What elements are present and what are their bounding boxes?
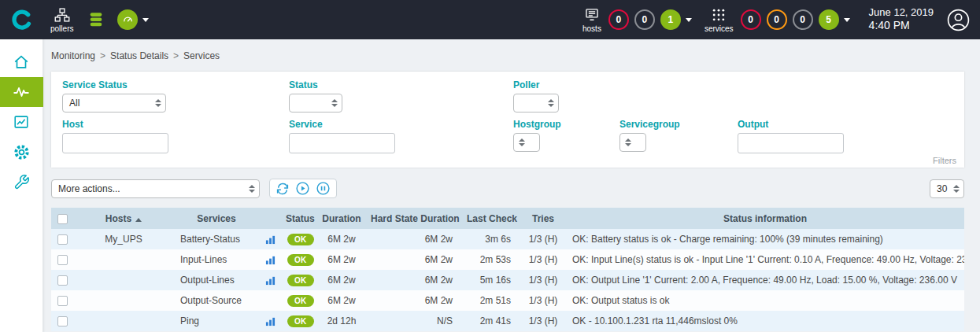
platform-status-button[interactable]	[117, 9, 149, 30]
graph-icon[interactable]	[265, 255, 276, 265]
play-button[interactable]	[295, 181, 310, 196]
centreon-logo[interactable]	[0, 8, 43, 31]
host-link[interactable]	[73, 311, 174, 331]
graph-icon[interactable]	[265, 316, 276, 326]
column-header-hard-state-duration[interactable]: Hard State Duration	[366, 208, 462, 229]
hosts-label: hosts	[582, 24, 601, 33]
hosts-up-counter[interactable]: 1	[660, 9, 681, 30]
pause-button[interactable]	[316, 181, 331, 196]
row-checkbox[interactable]	[57, 296, 68, 306]
status-label: Status	[289, 79, 513, 90]
services-unknown-counter[interactable]: 0	[793, 9, 813, 30]
service-link[interactable]: Output-Lines	[174, 270, 259, 290]
graph-icon[interactable]	[265, 275, 276, 286]
column-header-status-information[interactable]: Status information	[566, 208, 964, 229]
services-status-button[interactable]: services	[704, 7, 734, 33]
filters-panel-label: Filters	[933, 156, 956, 165]
service-link[interactable]: Ping	[174, 311, 259, 331]
service-status-select[interactable]: All	[62, 94, 166, 113]
column-header-duration[interactable]: Duration	[317, 208, 366, 229]
more-actions-select[interactable]: More actions...	[51, 179, 260, 198]
playback-controls	[269, 179, 337, 198]
sidebar-item-configuration[interactable]	[0, 137, 43, 167]
table-row: Input-Lines OK 6M 2w 6M 2w 2m 53s 1/3 (H…	[51, 249, 964, 270]
page-size-select[interactable]: 30	[930, 179, 964, 198]
sidebar-item-monitoring[interactable]	[0, 77, 43, 107]
actions-toolbar: More actions...	[51, 179, 964, 198]
row-checkbox[interactable]	[57, 275, 68, 286]
tries-cell: 1/3 (H)	[520, 270, 566, 290]
services-status-group: services 0 0 0 5	[703, 7, 850, 33]
column-header-hosts[interactable]: Hosts	[73, 208, 174, 229]
poller-select[interactable]	[513, 94, 559, 113]
breadcrumb-services[interactable]: Services	[183, 50, 220, 61]
status-select[interactable]	[289, 94, 342, 113]
service-link[interactable]: Battery-Status	[174, 229, 259, 249]
column-header-last-check[interactable]: Last Check	[462, 208, 520, 229]
hosts-icon	[584, 7, 600, 23]
last-check-cell: 3m 6s	[462, 229, 520, 249]
servicegroup-label: Servicegroup	[619, 119, 738, 130]
hosts-unreachable-counter[interactable]: 0	[634, 9, 655, 30]
filter-panel: Service Status All Status Poller	[51, 72, 964, 168]
duration-cell: 6M 2w	[317, 290, 366, 311]
services-label: services	[704, 24, 734, 33]
services-ok-counter[interactable]: 5	[819, 9, 839, 30]
services-critical-counter[interactable]: 0	[741, 9, 761, 30]
sidebar-item-home[interactable]	[0, 47, 43, 77]
current-date: June 12, 2019	[869, 6, 934, 19]
tries-cell: 1/3 (H)	[520, 290, 566, 311]
service-status-label: Service Status	[62, 79, 289, 90]
breadcrumb-monitoring[interactable]: Monitoring	[51, 50, 95, 61]
breadcrumb-separator: >	[173, 50, 179, 61]
gauge-icon	[117, 9, 138, 30]
refresh-button[interactable]	[276, 182, 290, 196]
row-checkbox[interactable]	[57, 316, 68, 326]
column-header-tries[interactable]: Tries	[520, 208, 566, 229]
hard-state-duration-cell: 6M 2w	[366, 249, 462, 270]
sidebar-item-reporting[interactable]	[0, 107, 43, 137]
service-link[interactable]: Input-Lines	[174, 249, 259, 270]
hostgroup-select[interactable]	[513, 133, 540, 152]
table-row: My_UPS Battery-Status OK 6M 2w 6M 2w 3m …	[51, 229, 964, 249]
hosts-status-group: hosts 0 0 1	[581, 7, 692, 33]
clock: June 12, 2019 4:40 PM	[869, 6, 934, 33]
row-checkbox[interactable]	[57, 234, 68, 245]
host-link[interactable]	[73, 290, 174, 311]
select-all-checkbox[interactable]	[57, 214, 68, 224]
hosts-chevron-down-icon[interactable]	[686, 18, 692, 22]
services-warning-counter[interactable]: 0	[767, 9, 787, 30]
servicegroup-select[interactable]	[619, 133, 646, 152]
database-status-button[interactable]	[87, 11, 105, 28]
column-header-status[interactable]: Status	[281, 208, 317, 229]
hosts-down-counter[interactable]: 0	[608, 9, 629, 30]
hard-state-duration-cell: 6M 2w	[366, 229, 462, 249]
host-link[interactable]: My_UPS	[73, 229, 174, 249]
last-check-cell: 5m 16s	[462, 270, 520, 290]
host-input[interactable]	[62, 133, 168, 153]
service-label: Service	[289, 119, 513, 130]
sidebar	[0, 39, 43, 332]
duration-cell: 2d 12h	[317, 311, 366, 331]
host-link[interactable]	[73, 270, 174, 290]
status-information-cell: OK: Input Line(s) status is ok - Input L…	[566, 249, 964, 270]
column-header-services[interactable]: Services	[174, 208, 259, 229]
breadcrumb-status-details[interactable]: Status Details	[110, 50, 168, 61]
host-link[interactable]	[73, 249, 174, 270]
graph-icon[interactable]	[265, 234, 276, 245]
row-checkbox[interactable]	[57, 255, 68, 265]
play-icon	[295, 181, 310, 196]
select-arrows-icon	[623, 138, 632, 146]
user-profile-button[interactable]	[946, 8, 971, 32]
service-input[interactable]	[289, 133, 395, 153]
sidebar-item-administration[interactable]	[0, 167, 43, 197]
output-input[interactable]	[738, 133, 844, 153]
select-arrows-icon	[517, 138, 526, 146]
services-chevron-down-icon[interactable]	[844, 18, 850, 22]
select-arrows-icon	[330, 99, 338, 107]
pollers-status-button[interactable]: pollers	[50, 7, 73, 33]
hosts-status-button[interactable]: hosts	[582, 7, 601, 33]
sort-asc-icon	[135, 218, 142, 222]
service-link[interactable]: Output-Source	[174, 290, 259, 311]
poller-label: Poller	[513, 79, 619, 90]
